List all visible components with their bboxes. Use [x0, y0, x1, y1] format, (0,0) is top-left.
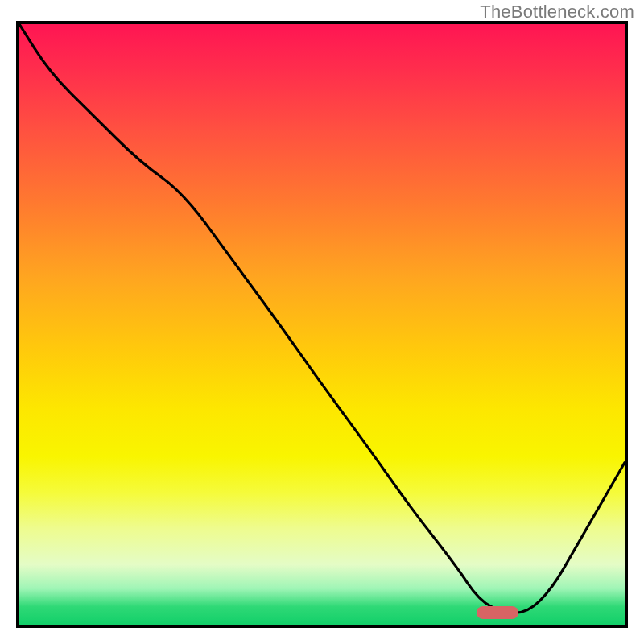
- plot-background-gradient: [19, 24, 625, 625]
- watermark-label: TheBottleneck.com: [480, 2, 634, 23]
- touch-marker: [477, 606, 519, 619]
- plot-frame: [16, 21, 628, 628]
- chart-container: TheBottleneck.com: [0, 0, 644, 644]
